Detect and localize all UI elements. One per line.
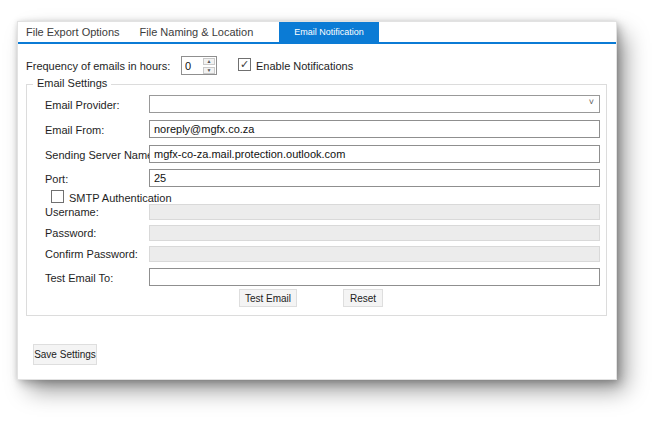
test-email-button[interactable]: Test Email [239,289,297,307]
down-arrow-icon: ▼ [207,68,212,73]
test-email-to-input[interactable] [149,268,600,286]
reset-button[interactable]: Reset [343,289,383,307]
spinner-buttons: ▲ ▼ [203,57,216,74]
confirm-password-label: Confirm Password: [45,248,138,260]
port-label: Port: [45,173,68,185]
tab-bar: File Export Options File Naming & Locati… [18,22,616,44]
chevron-down-icon: ˅ [589,98,594,107]
smtp-authentication-label: SMTP Authentication [69,192,172,204]
test-email-to-label: Test Email To: [45,272,113,284]
email-from-label: Email From: [45,124,104,136]
smtp-authentication-checkbox[interactable] [51,190,64,203]
email-provider-label: Email Provider: [45,99,120,111]
confirm-password-input [149,246,600,262]
save-settings-button[interactable]: Save Settings [33,344,97,365]
frequency-spinner: ▲ ▼ [181,56,217,75]
port-input[interactable] [149,169,600,187]
email-settings-legend: Email Settings [33,77,111,89]
username-label: Username: [45,206,99,218]
frequency-input[interactable] [182,57,203,74]
email-settings-window: File Export Options File Naming & Locati… [17,21,617,380]
tab-email-notification[interactable]: Email Notification [279,22,379,42]
enable-notifications-checkbox[interactable]: ✓ [238,58,251,71]
email-provider-select[interactable]: ˅ [149,95,600,113]
password-label: Password: [45,227,96,239]
username-input [149,204,600,220]
spinner-up-button[interactable]: ▲ [203,58,215,65]
enable-notifications-label: Enable Notifications [256,60,353,72]
sending-server-label: Sending Server Name: [45,149,156,161]
tab-file-export-options[interactable]: File Export Options [18,23,130,42]
spinner-down-button[interactable]: ▼ [203,67,215,74]
check-icon: ✓ [240,59,249,70]
tab-file-naming-location[interactable]: File Naming & Location [130,23,264,42]
sending-server-input[interactable] [149,145,600,163]
frequency-label: Frequency of emails in hours: [26,60,170,72]
email-from-input[interactable] [149,120,600,138]
password-input [149,225,600,241]
up-arrow-icon: ▲ [207,59,212,64]
